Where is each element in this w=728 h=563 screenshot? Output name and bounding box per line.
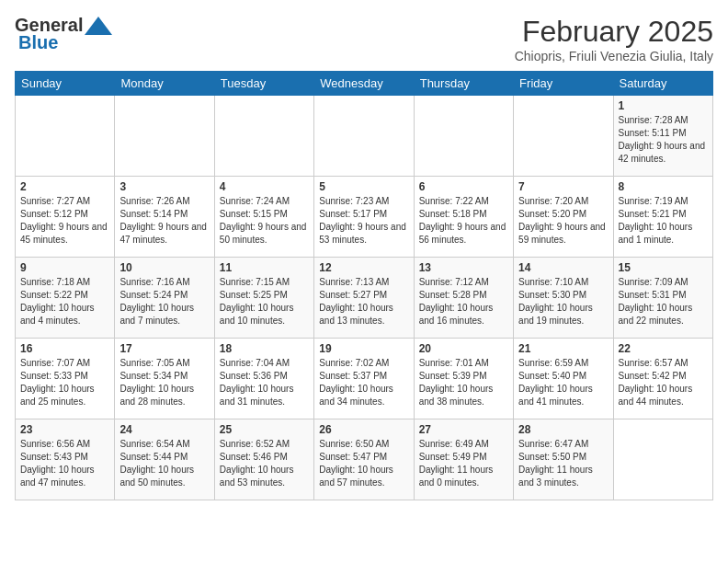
calendar-cell-w0d1 <box>115 96 214 177</box>
calendar-cell-w1d3: 5Sunrise: 7:23 AM Sunset: 5:17 PM Daylig… <box>314 177 414 258</box>
day-number: 5 <box>319 180 408 193</box>
day-number: 1 <box>619 99 708 112</box>
calendar-cell-w0d2 <box>214 96 313 177</box>
calendar-cell-w2d3: 12Sunrise: 7:13 AM Sunset: 5:27 PM Dayli… <box>314 258 414 339</box>
location-subtitle: Chiopris, Friuli Venezia Giulia, Italy <box>515 49 713 63</box>
day-info: Sunrise: 7:12 AM Sunset: 5:28 PM Dayligh… <box>419 276 508 327</box>
day-number: 4 <box>220 180 309 193</box>
day-number: 22 <box>619 342 708 355</box>
day-info: Sunrise: 7:18 AM Sunset: 5:22 PM Dayligh… <box>20 276 109 327</box>
calendar-cell-w2d6: 15Sunrise: 7:09 AM Sunset: 5:31 PM Dayli… <box>613 258 712 339</box>
day-info: Sunrise: 7:01 AM Sunset: 5:39 PM Dayligh… <box>419 357 508 408</box>
calendar-cell-w1d0: 2Sunrise: 7:27 AM Sunset: 5:12 PM Daylig… <box>16 177 115 258</box>
day-number: 17 <box>119 342 209 355</box>
calendar-cell-w3d6: 22Sunrise: 6:57 AM Sunset: 5:42 PM Dayli… <box>613 339 712 419</box>
calendar-cell-w3d5: 21Sunrise: 6:59 AM Sunset: 5:40 PM Dayli… <box>514 339 613 419</box>
calendar-cell-w3d2: 18Sunrise: 7:04 AM Sunset: 5:36 PM Dayli… <box>214 339 313 419</box>
col-header-thursday: Thursday <box>414 72 513 96</box>
day-number: 24 <box>119 423 209 436</box>
day-info: Sunrise: 7:09 AM Sunset: 5:31 PM Dayligh… <box>619 276 708 327</box>
day-info: Sunrise: 6:52 AM Sunset: 5:46 PM Dayligh… <box>220 438 309 489</box>
day-number: 2 <box>20 180 109 193</box>
day-info: Sunrise: 7:05 AM Sunset: 5:34 PM Dayligh… <box>119 357 209 408</box>
day-info: Sunrise: 6:47 AM Sunset: 5:50 PM Dayligh… <box>518 438 608 489</box>
day-info: Sunrise: 7:24 AM Sunset: 5:15 PM Dayligh… <box>220 195 309 247</box>
calendar-cell-w3d0: 16Sunrise: 7:07 AM Sunset: 5:33 PM Dayli… <box>16 339 115 419</box>
day-info: Sunrise: 7:10 AM Sunset: 5:30 PM Dayligh… <box>518 276 608 327</box>
calendar-cell-w2d1: 10Sunrise: 7:16 AM Sunset: 5:24 PM Dayli… <box>115 258 214 339</box>
day-info: Sunrise: 6:56 AM Sunset: 5:43 PM Dayligh… <box>20 438 109 489</box>
day-number: 6 <box>419 180 508 193</box>
logo-blue: Blue <box>18 32 58 53</box>
col-header-friday: Friday <box>514 72 613 96</box>
month-title: February 2025 <box>515 15 713 49</box>
day-number: 23 <box>20 423 109 436</box>
col-header-saturday: Saturday <box>613 72 712 96</box>
day-number: 10 <box>119 261 209 274</box>
day-info: Sunrise: 7:16 AM Sunset: 5:24 PM Dayligh… <box>119 276 209 327</box>
day-number: 14 <box>518 261 608 274</box>
day-number: 8 <box>619 180 708 193</box>
day-number: 25 <box>220 423 309 436</box>
day-info: Sunrise: 7:07 AM Sunset: 5:33 PM Dayligh… <box>20 357 109 408</box>
day-info: Sunrise: 7:15 AM Sunset: 5:25 PM Dayligh… <box>220 276 309 327</box>
calendar-cell-w0d5 <box>514 96 613 177</box>
svg-marker-0 <box>85 17 112 35</box>
calendar-cell-w1d1: 3Sunrise: 7:26 AM Sunset: 5:14 PM Daylig… <box>115 177 214 258</box>
day-number: 26 <box>319 423 408 436</box>
day-number: 3 <box>119 180 209 193</box>
calendar-cell-w2d0: 9Sunrise: 7:18 AM Sunset: 5:22 PM Daylig… <box>16 258 115 339</box>
calendar-cell-w0d6: 1Sunrise: 7:28 AM Sunset: 5:11 PM Daylig… <box>613 96 712 177</box>
col-header-wednesday: Wednesday <box>314 72 414 96</box>
calendar-cell-w2d4: 13Sunrise: 7:12 AM Sunset: 5:28 PM Dayli… <box>414 258 513 339</box>
day-number: 12 <box>319 261 408 274</box>
calendar-cell-w1d6: 8Sunrise: 7:19 AM Sunset: 5:21 PM Daylig… <box>613 177 712 258</box>
calendar-cell-w3d3: 19Sunrise: 7:02 AM Sunset: 5:37 PM Dayli… <box>314 339 414 419</box>
calendar-cell-w3d1: 17Sunrise: 7:05 AM Sunset: 5:34 PM Dayli… <box>115 339 214 419</box>
title-block: February 2025 Chiopris, Friuli Venezia G… <box>515 15 713 63</box>
day-info: Sunrise: 7:19 AM Sunset: 5:21 PM Dayligh… <box>619 195 708 247</box>
day-number: 15 <box>619 261 708 274</box>
day-info: Sunrise: 6:50 AM Sunset: 5:47 PM Dayligh… <box>319 438 408 489</box>
day-info: Sunrise: 7:02 AM Sunset: 5:37 PM Dayligh… <box>319 357 408 408</box>
page-header: General Blue February 2025 Chiopris, Fri… <box>15 15 713 63</box>
day-info: Sunrise: 7:13 AM Sunset: 5:27 PM Dayligh… <box>319 276 408 327</box>
day-info: Sunrise: 7:22 AM Sunset: 5:18 PM Dayligh… <box>419 195 508 247</box>
day-number: 11 <box>220 261 309 274</box>
day-number: 18 <box>220 342 309 355</box>
day-number: 20 <box>419 342 508 355</box>
calendar-cell-w1d4: 6Sunrise: 7:22 AM Sunset: 5:18 PM Daylig… <box>414 177 513 258</box>
logo-icon <box>85 17 112 35</box>
day-number: 7 <box>518 180 608 193</box>
calendar-cell-w1d2: 4Sunrise: 7:24 AM Sunset: 5:15 PM Daylig… <box>214 177 313 258</box>
day-number: 16 <box>20 342 109 355</box>
col-header-monday: Monday <box>115 72 214 96</box>
calendar-cell-w0d3 <box>314 96 414 177</box>
day-info: Sunrise: 6:57 AM Sunset: 5:42 PM Dayligh… <box>619 357 708 408</box>
day-number: 27 <box>419 423 508 436</box>
day-info: Sunrise: 6:49 AM Sunset: 5:49 PM Dayligh… <box>419 438 508 489</box>
col-header-sunday: Sunday <box>16 72 115 96</box>
day-number: 9 <box>20 261 109 274</box>
calendar-cell-w1d5: 7Sunrise: 7:20 AM Sunset: 5:20 PM Daylig… <box>514 177 613 258</box>
day-info: Sunrise: 6:59 AM Sunset: 5:40 PM Dayligh… <box>518 357 608 408</box>
calendar-cell-w4d5: 28Sunrise: 6:47 AM Sunset: 5:50 PM Dayli… <box>514 419 613 500</box>
calendar-cell-w4d4: 27Sunrise: 6:49 AM Sunset: 5:49 PM Dayli… <box>414 419 513 500</box>
calendar-cell-w4d6 <box>613 419 712 500</box>
day-info: Sunrise: 7:26 AM Sunset: 5:14 PM Dayligh… <box>119 195 209 247</box>
day-number: 19 <box>319 342 408 355</box>
col-header-tuesday: Tuesday <box>214 72 313 96</box>
day-number: 21 <box>518 342 608 355</box>
day-info: Sunrise: 7:04 AM Sunset: 5:36 PM Dayligh… <box>220 357 309 408</box>
day-info: Sunrise: 7:28 AM Sunset: 5:11 PM Dayligh… <box>619 114 708 166</box>
day-number: 28 <box>518 423 608 436</box>
calendar-cell-w3d4: 20Sunrise: 7:01 AM Sunset: 5:39 PM Dayli… <box>414 339 513 419</box>
day-info: Sunrise: 7:23 AM Sunset: 5:17 PM Dayligh… <box>319 195 408 247</box>
calendar-cell-w0d4 <box>414 96 513 177</box>
calendar-table: SundayMondayTuesdayWednesdayThursdayFrid… <box>15 71 713 500</box>
calendar-cell-w4d0: 23Sunrise: 6:56 AM Sunset: 5:43 PM Dayli… <box>16 419 115 500</box>
calendar-cell-w2d5: 14Sunrise: 7:10 AM Sunset: 5:30 PM Dayli… <box>514 258 613 339</box>
calendar-cell-w2d2: 11Sunrise: 7:15 AM Sunset: 5:25 PM Dayli… <box>214 258 313 339</box>
calendar-cell-w4d3: 26Sunrise: 6:50 AM Sunset: 5:47 PM Dayli… <box>314 419 414 500</box>
calendar-cell-w4d2: 25Sunrise: 6:52 AM Sunset: 5:46 PM Dayli… <box>214 419 313 500</box>
